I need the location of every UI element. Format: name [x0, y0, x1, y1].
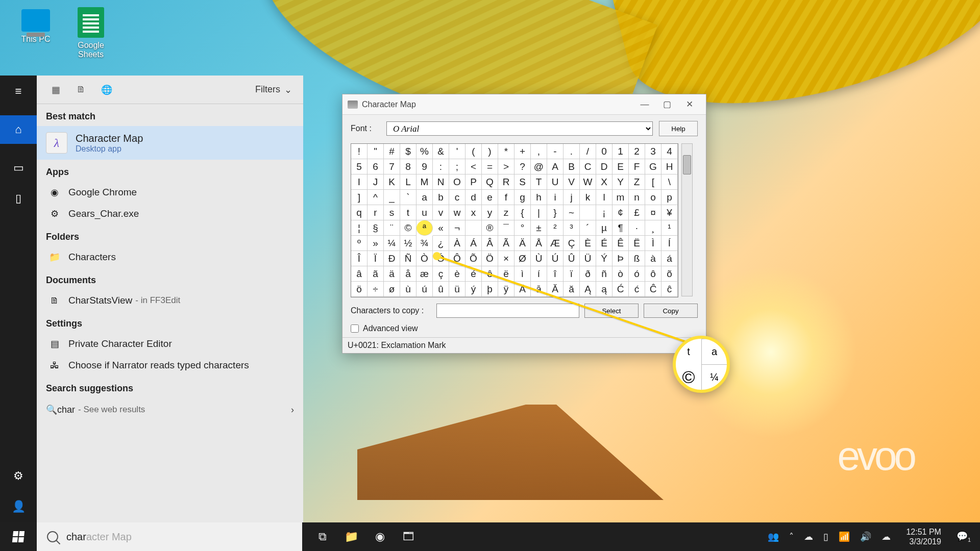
char-cell[interactable]: 8: [400, 159, 416, 174]
charmap-grid[interactable]: !"#$%&'()*+,-./0123456789:;<=>?@ABCDEFGH…: [351, 143, 678, 297]
web-suggestion-item[interactable]: 🔍 char - See web results ›: [37, 398, 303, 421]
char-cell[interactable]: \: [662, 174, 678, 190]
advanced-view-checkbox[interactable]: [351, 324, 359, 333]
pin-icon[interactable]: ▦: [43, 80, 68, 100]
char-cell[interactable]: µ: [596, 220, 612, 236]
char-cell[interactable]: ß: [629, 251, 645, 266]
close-button[interactable]: ✕: [678, 94, 701, 115]
char-cell[interactable]: z: [498, 205, 514, 220]
best-match-item[interactable]: λ Character Map Desktop app: [37, 126, 303, 160]
char-cell[interactable]: £: [629, 205, 645, 220]
char-cell[interactable]: Ê: [612, 236, 629, 251]
char-cell[interactable]: ý: [465, 282, 482, 297]
char-cell[interactable]: m: [612, 190, 629, 205]
char-cell[interactable]: þ: [482, 282, 498, 297]
char-cell[interactable]: i: [547, 190, 564, 205]
char-cell[interactable]: ): [482, 144, 498, 159]
char-cell[interactable]: T: [531, 174, 547, 190]
settings-item-narrator[interactable]: 🖧 Choose if Narrator reads typed charact…: [37, 355, 303, 376]
char-cell[interactable]: ;: [449, 159, 465, 174]
char-cell[interactable]: E: [612, 159, 629, 174]
char-cell[interactable]: J: [368, 174, 384, 190]
char-cell[interactable]: }: [547, 205, 564, 220]
char-cell[interactable]: ¢: [612, 205, 629, 220]
char-cell[interactable]: M: [416, 174, 433, 190]
char-cell[interactable]: ^: [368, 190, 384, 205]
char-cell[interactable]: ¥: [662, 205, 678, 220]
char-cell[interactable]: ¡: [596, 205, 612, 220]
char-cell[interactable]: W: [580, 174, 596, 190]
char-cell[interactable]: â: [351, 266, 368, 282]
char-cell[interactable]: í: [531, 266, 547, 282]
char-cell[interactable]: ć: [629, 282, 645, 297]
char-cell[interactable]: ½: [400, 236, 416, 251]
char-cell[interactable]: õ: [662, 266, 678, 282]
char-cell[interactable]: ´: [580, 220, 596, 236]
char-cell[interactable]: ä: [384, 266, 400, 282]
char-cell[interactable]: ¾: [416, 236, 433, 251]
char-cell[interactable]: h: [531, 190, 547, 205]
battery-icon[interactable]: ▯: [823, 531, 828, 542]
char-cell[interactable]: ó: [629, 266, 645, 282]
char-cell[interactable]: l: [596, 190, 612, 205]
char-cell[interactable]: Ö: [482, 251, 498, 266]
char-cell[interactable]: d: [465, 190, 482, 205]
char-cell[interactable]: e: [482, 190, 498, 205]
char-cell[interactable]: p: [662, 190, 678, 205]
char-cell[interactable]: »: [368, 236, 384, 251]
char-cell[interactable]: w: [449, 205, 465, 220]
char-cell[interactable]: ¼: [384, 236, 400, 251]
char-cell[interactable]: C: [580, 159, 596, 174]
char-cell[interactable]: Ý: [596, 251, 612, 266]
char-cell[interactable]: Y: [612, 174, 629, 190]
char-cell[interactable]: Ü: [580, 251, 596, 266]
char-cell[interactable]: ă: [564, 282, 580, 297]
char-cell[interactable]: ©: [400, 220, 416, 236]
char-cell[interactable]: I: [351, 174, 368, 190]
onedrive-icon[interactable]: ☁: [804, 531, 813, 542]
char-cell[interactable]: «: [433, 220, 449, 236]
char-cell[interactable]: 6: [368, 159, 384, 174]
file-explorer-icon[interactable]: 📁: [344, 530, 358, 544]
char-cell[interactable]: Õ: [465, 251, 482, 266]
char-cell[interactable]: <: [465, 159, 482, 174]
char-cell[interactable]: È: [580, 236, 596, 251]
char-cell[interactable]: V: [564, 174, 580, 190]
char-cell[interactable]: /: [580, 144, 596, 159]
gear-icon[interactable]: ⚙: [12, 469, 25, 483]
char-cell[interactable]: j: [564, 190, 580, 205]
char-cell[interactable]: ?: [514, 159, 531, 174]
char-cell[interactable]: b: [433, 190, 449, 205]
char-cell[interactable]: è: [449, 266, 465, 282]
char-cell[interactable]: Þ: [612, 251, 629, 266]
taskbar-search-input[interactable]: character Map: [37, 522, 302, 551]
char-cell[interactable]: ç: [433, 266, 449, 282]
char-cell[interactable]: f: [498, 190, 514, 205]
char-cell[interactable]: 0: [596, 144, 612, 159]
settings-item-pce[interactable]: ▤ Private Character Editor: [37, 333, 303, 355]
char-cell[interactable]: `: [400, 190, 416, 205]
char-cell[interactable]: ¹: [662, 220, 678, 236]
char-cell[interactable]: ª: [416, 220, 433, 236]
font-select[interactable]: O Arial: [386, 121, 653, 136]
user-icon[interactable]: 👤: [12, 500, 25, 513]
char-cell[interactable]: -: [547, 144, 564, 159]
char-cell[interactable]: Å: [531, 236, 547, 251]
char-cell[interactable]: Z: [629, 174, 645, 190]
char-cell[interactable]: Ò: [416, 251, 433, 266]
char-cell[interactable]: º: [351, 236, 368, 251]
char-cell[interactable]: ø: [384, 282, 400, 297]
char-cell[interactable]: 7: [384, 159, 400, 174]
char-cell[interactable]: à: [645, 251, 662, 266]
char-cell[interactable]: =: [482, 159, 498, 174]
char-cell[interactable]: B: [564, 159, 580, 174]
char-cell[interactable]: ·: [629, 220, 645, 236]
char-cell[interactable]: {: [514, 205, 531, 220]
monitor-outline-icon[interactable]: ▭: [12, 161, 25, 174]
char-cell[interactable]: ³: [564, 220, 580, 236]
char-cell[interactable]: s: [384, 205, 400, 220]
char-cell[interactable]: Ñ: [400, 251, 416, 266]
filters-button[interactable]: Filters ⌄: [255, 84, 299, 95]
char-cell[interactable]: Ù: [531, 251, 547, 266]
char-cell[interactable]: ö: [351, 282, 368, 297]
